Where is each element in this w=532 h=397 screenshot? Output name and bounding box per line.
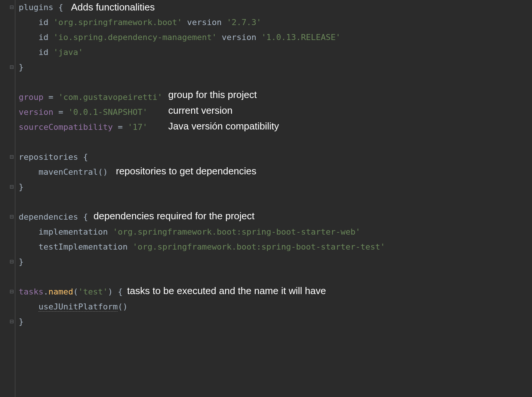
token-version: version <box>19 107 53 117</box>
code-line[interactable]: } <box>19 314 24 329</box>
code-line[interactable]: tasks.named('test') { <box>19 284 123 299</box>
code-line[interactable]: sourceCompatibility = '17' <box>19 120 147 135</box>
code-line[interactable]: group = 'com.gustavopeiretti' <box>19 90 162 105</box>
token-string: 'org.springframework.boot' <box>53 18 182 27</box>
code-line[interactable]: implementation 'org.springframework.boot… <box>19 225 360 239</box>
token-brace: } <box>19 257 24 266</box>
fold-open-icon[interactable]: ⊟ <box>10 213 14 220</box>
token-version-kw: version <box>222 33 256 42</box>
fold-close-icon[interactable]: ⊟ <box>10 257 14 265</box>
code-line[interactable]: } <box>19 60 24 75</box>
token-paren: ) <box>108 287 113 296</box>
code-line[interactable]: id 'io.spring.dependency-management' ver… <box>19 30 341 45</box>
token-parens: () <box>118 302 128 311</box>
code-line[interactable]: testImplementation 'org.springframework.… <box>19 239 385 254</box>
annotation-group: group for this project <box>168 89 257 101</box>
code-editor[interactable]: ⊟ ⊟ ⊟ ⊟ ⊟ ⊟ ⊟ ⊟ plugins { id 'org.spring… <box>0 0 532 397</box>
fold-open-icon[interactable]: ⊟ <box>10 3 14 11</box>
annotation-repos: repositories to get dependencies <box>116 165 256 177</box>
token-sourcecompat: sourceCompatibility <box>19 122 113 132</box>
code-line[interactable]: mavenCentral() <box>19 165 108 180</box>
token-id: id <box>39 18 49 27</box>
code-line[interactable]: id 'java' <box>19 45 83 60</box>
token-id: id <box>39 48 49 57</box>
fold-open-icon[interactable]: ⊟ <box>10 153 14 161</box>
code-line[interactable]: } <box>19 254 24 269</box>
token-brace: { <box>83 212 88 222</box>
fold-close-icon[interactable]: ⊟ <box>10 63 14 71</box>
token-string: 'test' <box>78 287 108 296</box>
code-line[interactable]: version = '0.0.1-SNAPSHOT' <box>19 105 147 120</box>
token-string: 'java' <box>53 48 83 57</box>
annotation-version: current version <box>168 105 233 116</box>
fold-close-icon[interactable]: ⊟ <box>10 317 14 325</box>
token-string: 'com.gustavopeiretti' <box>58 92 162 102</box>
token-mavencentral: mavenCentral <box>39 167 98 177</box>
annotation-sourcecompat: Java versión compatibility <box>168 120 279 132</box>
token-dependencies: dependencies <box>19 212 78 222</box>
code-line[interactable]: useJUnitPlatform() <box>19 299 127 314</box>
token-plugins: plugins <box>19 3 53 12</box>
code-line[interactable]: repositories { <box>19 150 88 165</box>
token-brace: } <box>19 317 24 326</box>
token-paren: ( <box>73 287 78 296</box>
code-line[interactable]: } <box>19 180 24 195</box>
code-line[interactable]: dependencies { <box>19 210 88 225</box>
token-string: '1.0.13.RELEASE' <box>261 33 341 42</box>
token-string: '0.0.1-SNAPSHOT' <box>68 107 147 117</box>
gutter <box>0 0 15 397</box>
token-eq: = <box>113 122 128 132</box>
token-string: 'org.springframework.boot:spring-boot-st… <box>133 242 385 251</box>
token-usejunit: useJUnitPlatform <box>39 302 118 312</box>
token-repositories: repositories <box>19 152 78 162</box>
code-line[interactable]: plugins { <box>19 0 63 15</box>
token-group: group <box>19 92 43 102</box>
token-brace: { <box>83 152 88 162</box>
token-eq: = <box>53 107 68 117</box>
token-brace: { <box>58 3 63 12</box>
annotation-tasks: tasks to be executed and the name it wil… <box>127 285 326 297</box>
token-string: 'io.spring.dependency-management' <box>53 33 217 42</box>
token-id: id <box>39 33 49 42</box>
token-dot: . <box>43 287 48 296</box>
fold-close-icon[interactable]: ⊟ <box>10 183 14 190</box>
token-version-kw: version <box>187 18 222 27</box>
token-brace: } <box>19 182 24 192</box>
token-tasks: tasks <box>19 287 43 296</box>
fold-open-icon[interactable]: ⊟ <box>10 287 14 295</box>
token-brace: { <box>118 287 123 296</box>
token-brace: } <box>19 62 24 72</box>
token-implementation: implementation <box>39 227 108 236</box>
token-string: '2.7.3' <box>227 18 261 27</box>
token-parens: () <box>98 167 108 177</box>
annotation-deps: dependencies required for the project <box>93 210 255 222</box>
token-string: '17' <box>127 122 147 132</box>
annotation-plugins: Adds functionalities <box>71 1 155 13</box>
token-eq: = <box>43 92 58 102</box>
token-named: named <box>48 287 73 296</box>
code-line[interactable]: id 'org.springframework.boot' version '2… <box>19 15 261 30</box>
token-string: 'org.springframework.boot:spring-boot-st… <box>113 227 360 236</box>
token-testimplementation: testImplementation <box>39 242 127 251</box>
